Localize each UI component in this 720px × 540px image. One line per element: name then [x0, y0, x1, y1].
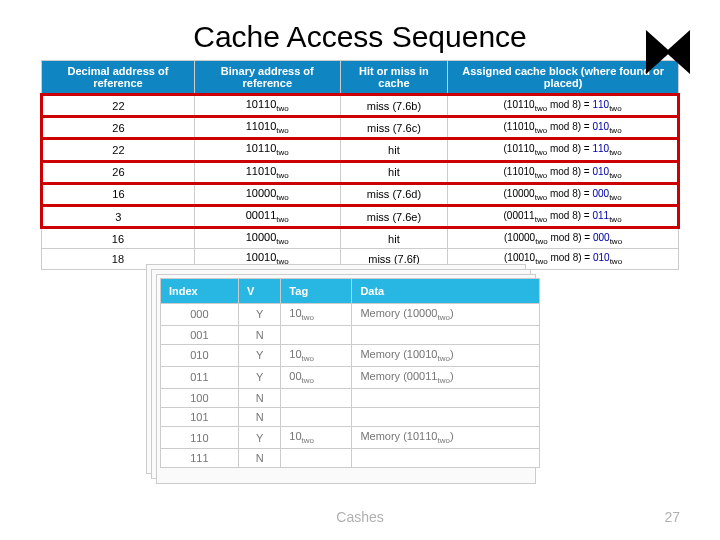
table-row: 300011twomiss (7.6e)(00011two mod 8) = 0…	[42, 205, 679, 227]
col-valid: V	[238, 278, 280, 303]
cell-binary: 11010two	[194, 161, 340, 183]
cell-hitmiss: miss (7.6e)	[340, 205, 447, 227]
cell-hitmiss: hit	[340, 139, 447, 161]
table-row: 2611010twohit(11010two mod 8) = 010two	[42, 161, 679, 183]
cell-valid: Y	[238, 303, 280, 325]
cell-hitmiss: hit	[340, 228, 447, 249]
cell-data: Memory (10110two)	[352, 427, 540, 449]
cell-valid: N	[238, 389, 280, 408]
cell-data	[352, 449, 540, 468]
cell-tag: 00two	[281, 366, 352, 388]
cell-tag: 10two	[281, 303, 352, 325]
table-row: 1610000twomiss (7.6d)(10000two mod 8) = …	[42, 183, 679, 205]
cell-tag: 10two	[281, 344, 352, 366]
col-decimal: Decimal address of reference	[42, 61, 195, 95]
cell-data: Memory (00011two)	[352, 366, 540, 388]
col-tag: Tag	[281, 278, 352, 303]
cell-index: 001	[161, 325, 239, 344]
cell-binary: 11010two	[194, 117, 340, 139]
page-number: 27	[664, 509, 680, 525]
table-row: 101N	[161, 408, 540, 427]
table-row: 110Y10twoMemory (10110two)	[161, 427, 540, 449]
cell-index: 000	[161, 303, 239, 325]
table-row: 2210110twohit(10110two mod 8) = 110two	[42, 139, 679, 161]
access-sequence-table: Decimal address of reference Binary addr…	[40, 60, 680, 270]
cell-tag	[281, 389, 352, 408]
cell-data	[352, 325, 540, 344]
cell-hitmiss: miss (7.6c)	[340, 117, 447, 139]
cell-decimal: 16	[42, 183, 195, 205]
table-row: 100N	[161, 389, 540, 408]
cell-valid: Y	[238, 344, 280, 366]
cell-hitmiss: miss (7.6b)	[340, 95, 447, 117]
cell-data	[352, 389, 540, 408]
footer-label: Cashes	[336, 509, 383, 525]
cell-tag: 10two	[281, 427, 352, 449]
cell-tag	[281, 449, 352, 468]
col-index: Index	[161, 278, 239, 303]
cell-valid: Y	[238, 366, 280, 388]
page-title: Cache Access Sequence	[40, 20, 680, 54]
cell-binary: 10000two	[194, 183, 340, 205]
cell-data: Memory (10010two)	[352, 344, 540, 366]
table-row: 1610000twohit(10000two mod 8) = 000two	[42, 228, 679, 249]
table-row: 001N	[161, 325, 540, 344]
cell-hitmiss: hit	[340, 161, 447, 183]
cell-decimal: 26	[42, 117, 195, 139]
cell-index: 101	[161, 408, 239, 427]
col-assigned: Assigned cache block (where found or pla…	[448, 61, 679, 95]
table-row: 011Y00twoMemory (00011two)	[161, 366, 540, 388]
col-binary: Binary address of reference	[194, 61, 340, 95]
cell-assigned: (10000two mod 8) = 000two	[448, 183, 679, 205]
cell-binary: 10000two	[194, 228, 340, 249]
cell-index: 011	[161, 366, 239, 388]
cell-decimal: 22	[42, 95, 195, 117]
cache-contents-table: Index V Tag Data 000Y10twoMemory (10000t…	[160, 278, 540, 469]
table-row: 000Y10twoMemory (10000two)	[161, 303, 540, 325]
cell-index: 111	[161, 449, 239, 468]
cell-assigned: (10110two mod 8) = 110two	[448, 139, 679, 161]
cell-binary: 10110two	[194, 95, 340, 117]
cell-index: 010	[161, 344, 239, 366]
cell-assigned: (11010two mod 8) = 010two	[448, 117, 679, 139]
cell-decimal: 16	[42, 228, 195, 249]
cell-decimal: 22	[42, 139, 195, 161]
cell-tag	[281, 325, 352, 344]
cell-assigned: (11010two mod 8) = 010two	[448, 161, 679, 183]
cell-hitmiss: miss (7.6d)	[340, 183, 447, 205]
cell-binary: 10110two	[194, 139, 340, 161]
university-logo	[646, 30, 690, 74]
table-row: 2210110twomiss (7.6b)(10110two mod 8) = …	[42, 95, 679, 117]
slide: Cache Access Sequence Decimal address of…	[0, 0, 720, 540]
cache-state-stack: Index V Tag Data 000Y10twoMemory (10000t…	[160, 278, 560, 469]
cell-decimal: 3	[42, 205, 195, 227]
cell-valid: N	[238, 449, 280, 468]
cell-data: Memory (10000two)	[352, 303, 540, 325]
cell-index: 110	[161, 427, 239, 449]
cell-assigned: (00011two mod 8) = 011two	[448, 205, 679, 227]
cell-assigned: (10110two mod 8) = 110two	[448, 95, 679, 117]
col-hitmiss: Hit or miss in cache	[340, 61, 447, 95]
cell-valid: Y	[238, 427, 280, 449]
table-row: 111N	[161, 449, 540, 468]
table-row: 2611010twomiss (7.6c)(11010two mod 8) = …	[42, 117, 679, 139]
cell-decimal: 26	[42, 161, 195, 183]
cell-valid: N	[238, 408, 280, 427]
cell-tag	[281, 408, 352, 427]
cell-binary: 00011two	[194, 205, 340, 227]
cell-valid: N	[238, 325, 280, 344]
col-data: Data	[352, 278, 540, 303]
cell-data	[352, 408, 540, 427]
cell-index: 100	[161, 389, 239, 408]
table-row: 010Y10twoMemory (10010two)	[161, 344, 540, 366]
cell-assigned: (10000two mod 8) = 000two	[448, 228, 679, 249]
